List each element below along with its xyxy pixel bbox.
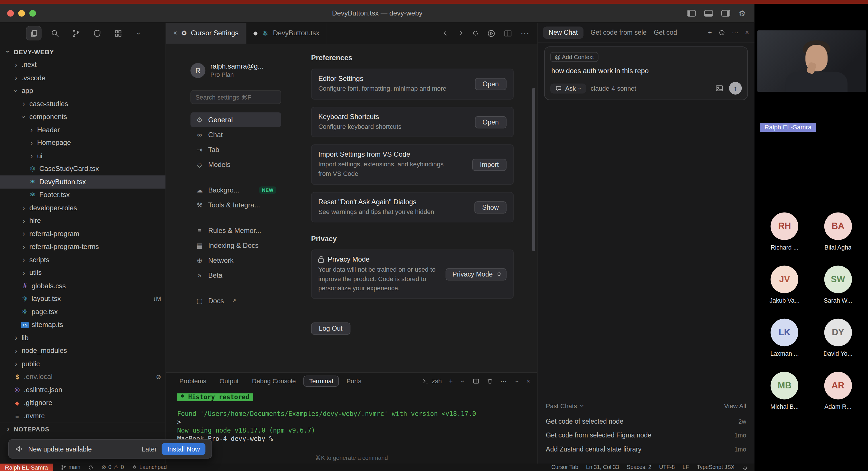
panel-tab-output[interactable]: Output	[214, 375, 244, 387]
toggle-secondary-sidebar-icon[interactable]	[722, 10, 731, 16]
webcam-video-tile[interactable]	[757, 30, 866, 92]
minimize-window-button[interactable]	[19, 10, 25, 16]
more-icon[interactable]: ···	[500, 378, 507, 384]
launchpad-item[interactable]: Launchpad	[132, 464, 167, 470]
past-chat-item[interactable]: Get code of selected node2w	[546, 414, 746, 428]
panel-tab-terminal[interactable]: Terminal	[304, 375, 339, 387]
tree-item-header[interactable]: ›Header	[0, 123, 166, 136]
participant-tile[interactable]: BABilal Agha	[811, 212, 865, 251]
tree-item-scripts[interactable]: ›scripts	[0, 253, 166, 266]
model-selector[interactable]: claude-4-sonnet	[590, 85, 636, 92]
close-icon[interactable]: ×	[174, 29, 177, 37]
tree-item-devybutton-tsx[interactable]: ⚛DevyButton.tsx	[0, 175, 166, 188]
past-chat-item[interactable]: Add Zustand central state library1mo	[546, 442, 746, 456]
source-control-icon[interactable]	[69, 27, 83, 40]
statusbar-ln-31-col-33[interactable]: Ln 31, Col 33	[586, 464, 619, 470]
participant-tile[interactable]: LKLaxman ...	[758, 319, 811, 357]
zoom-window-button[interactable]	[29, 10, 36, 16]
participant-tile[interactable]: DYDavid Yo...	[811, 319, 865, 357]
nav-back-icon[interactable]	[442, 30, 449, 36]
tree-item-globals-css[interactable]: #globals.css	[0, 279, 166, 292]
tree-item-hire[interactable]: ›hire	[0, 214, 166, 227]
add-context-chip[interactable]: @ Add Context	[550, 52, 598, 62]
chevron-down-icon[interactable]: ›	[579, 403, 586, 408]
tree-item-nvmrc[interactable]: ≡.nvmrc	[0, 409, 166, 422]
statusbar-utf-8[interactable]: UTF-8	[659, 464, 675, 470]
tree-item-vscode[interactable]: ›.vscode	[0, 71, 166, 84]
tree-item-components[interactable]: ›components	[0, 110, 166, 123]
tree-item-public[interactable]: ›public	[0, 358, 166, 370]
history-icon[interactable]	[718, 29, 725, 36]
more-icon[interactable]: ···	[732, 28, 739, 36]
settings-nav-tools-integra[interactable]: ⚒Tools & Integra...	[190, 197, 281, 212]
participant-tile[interactable]: JVJakub Va...	[758, 266, 811, 304]
extensions-grid-icon[interactable]	[111, 27, 125, 40]
scrollbar[interactable]	[532, 88, 535, 251]
statusbar-cursor-tab[interactable]: Cursor Tab	[551, 464, 578, 470]
tree-section-notepads[interactable]: ›NOTEPADS	[0, 422, 166, 435]
open-button[interactable]: Open	[475, 78, 507, 90]
problems-indicator[interactable]: ⊘0 ⚠0	[102, 464, 124, 470]
explorer-icon[interactable]	[27, 27, 41, 40]
log-out-button[interactable]: Log Out	[311, 323, 350, 335]
tree-item-layout-tsx[interactable]: ⚛layout.tsx↓M	[0, 292, 166, 305]
settings-nav-general[interactable]: ⚙General	[190, 112, 281, 127]
refresh-icon[interactable]	[472, 30, 479, 36]
chat-tab-new-chat[interactable]: New Chat	[543, 26, 583, 38]
panel-tab-debug-console[interactable]: Debug Console	[246, 375, 301, 387]
tree-item-node-modules[interactable]: ›node_modules	[0, 344, 166, 358]
chat-tab-get-cod[interactable]: Get cod	[654, 28, 677, 36]
participant-tile[interactable]: ARAdam R...	[811, 372, 865, 410]
bell-icon[interactable]	[742, 464, 748, 470]
settings-gear-icon[interactable]: ⚙	[739, 9, 746, 17]
statusbar-spaces-2[interactable]: Spaces: 2	[627, 464, 651, 470]
settings-nav-docs[interactable]: ▢Docs↗	[190, 293, 281, 308]
extensions-shield-icon[interactable]	[90, 27, 104, 40]
toggle-sidebar-icon[interactable]	[687, 10, 696, 16]
open-button[interactable]: Open	[475, 116, 507, 128]
more-actions-icon[interactable]: ···	[520, 28, 529, 38]
tree-item-casestudycard-tsx[interactable]: ⚛CaseStudyCard.tsx	[0, 162, 166, 175]
split-editor-icon[interactable]	[504, 29, 512, 37]
tab-cursor-settings[interactable]: × ⚙ Cursor Settings	[166, 23, 247, 44]
mode-selector[interactable]: Ask ›	[550, 83, 586, 93]
toggle-panel-icon[interactable]	[704, 10, 713, 16]
chat-message[interactable]: how does auth work in this repo	[550, 67, 742, 75]
settings-search-input[interactable]	[190, 90, 281, 104]
past-chat-item[interactable]: Get code from selected Figma node1mo	[546, 428, 746, 442]
maximize-panel-icon[interactable]: ›	[513, 378, 520, 384]
tree-item-utils[interactable]: ›utils	[0, 267, 166, 279]
show-button[interactable]: Show	[474, 201, 507, 213]
tree-item-ui[interactable]: ›ui	[0, 149, 166, 162]
settings-nav-chat[interactable]: ∞Chat	[190, 127, 281, 142]
new-chat-plus-icon[interactable]: +	[708, 28, 712, 36]
tree-item-eslintrc-json[interactable]: ◎.eslintrc.json	[0, 383, 166, 396]
settings-nav-indexing-docs[interactable]: ▤Indexing & Docs	[190, 238, 281, 253]
panel-tab-ports[interactable]: Ports	[341, 375, 367, 387]
close-panel-icon[interactable]: ×	[527, 378, 530, 384]
tree-item-gitignore[interactable]: ◆.gitignore	[0, 396, 166, 409]
send-button[interactable]: ↑	[729, 82, 742, 94]
tree-root-devy-weby[interactable]: ›DEVY-WEBY	[0, 45, 166, 58]
settings-nav-network[interactable]: ⊕Network	[190, 253, 281, 268]
participant-tile[interactable]: SWSarah W...	[811, 266, 865, 304]
participant-tile[interactable]: MBMichal B...	[758, 372, 811, 410]
account-card[interactable]: R ralph.samra@g... Pro Plan	[190, 63, 299, 78]
new-terminal-icon[interactable]: +	[449, 378, 453, 384]
tree-item-lib[interactable]: ›lib	[0, 331, 166, 344]
import-button[interactable]: Import	[472, 159, 507, 171]
run-icon[interactable]	[487, 29, 495, 37]
tree-item-referral-program-terms[interactable]: ›referral-program-terms	[0, 240, 166, 253]
close-window-button[interactable]	[7, 10, 14, 16]
sync-indicator[interactable]	[88, 464, 94, 470]
chat-tab-get-code-from-sele[interactable]: Get code from sele	[590, 28, 647, 36]
terminal-dropdown-icon[interactable]: ›	[459, 378, 466, 384]
branch-indicator[interactable]: main	[61, 464, 81, 470]
statusbar-typescript-jsx[interactable]: TypeScript JSX	[696, 464, 735, 470]
tree-item-env-local[interactable]: $.env.local⊘	[0, 370, 166, 383]
tree-item-app[interactable]: ›app	[0, 84, 166, 97]
chat-input-card[interactable]: @ Add Context how does auth work in this…	[544, 46, 748, 100]
terminal-body[interactable]: * History restored Found '/Users/home/Do…	[166, 390, 537, 443]
settings-nav-tab[interactable]: ⇥Tab	[190, 142, 281, 157]
tree-item-referral-program[interactable]: ›referral-program	[0, 228, 166, 240]
